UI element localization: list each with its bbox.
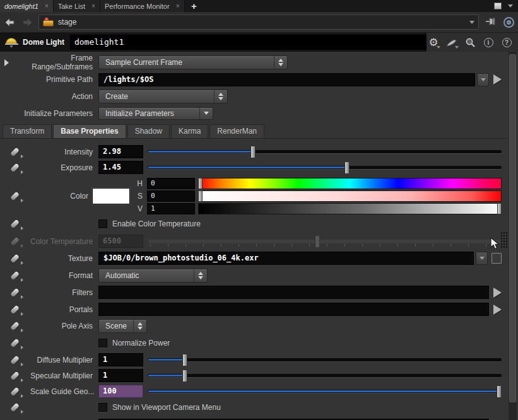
value-gradient-slider[interactable] bbox=[198, 203, 502, 214]
collapse-arrow-icon[interactable] bbox=[4, 59, 9, 66]
window-tab-domelight1[interactable]: domelight1 × bbox=[0, 0, 54, 12]
link-indicator-icon[interactable] bbox=[503, 17, 514, 28]
pen-icon[interactable] bbox=[10, 305, 20, 315]
slider-handle[interactable] bbox=[344, 161, 350, 174]
node-select-arrow-icon[interactable] bbox=[493, 74, 502, 85]
help-icon[interactable]: ? bbox=[500, 35, 514, 49]
search-icon[interactable] bbox=[463, 35, 477, 49]
intensity-input[interactable]: 2.98 bbox=[98, 145, 143, 158]
texture-history-dropdown[interactable] bbox=[476, 252, 488, 265]
node-select-arrow-icon[interactable] bbox=[493, 288, 502, 298]
pen-icon[interactable] bbox=[10, 163, 20, 173]
frame-range-select[interactable]: Sample Current Frame bbox=[98, 55, 288, 69]
tab-transform[interactable]: Transform bbox=[3, 124, 52, 138]
tab-base-properties[interactable]: Base Properties bbox=[53, 124, 126, 138]
scale-guide-input[interactable]: 100 bbox=[98, 385, 143, 398]
float-window-icon[interactable] bbox=[494, 3, 502, 9]
slider-handle[interactable] bbox=[198, 178, 203, 189]
intensity-slider[interactable] bbox=[148, 145, 502, 159]
path-navigation-bar: stage bbox=[0, 12, 518, 33]
specular-multiplier-slider[interactable] bbox=[148, 369, 502, 383]
format-value: Automatic bbox=[99, 269, 194, 282]
tab-shadow[interactable]: Shadow bbox=[127, 124, 170, 138]
window-tab-take-list[interactable]: Take List × bbox=[54, 0, 100, 12]
pen-icon[interactable] bbox=[10, 288, 20, 298]
scale-guide-slider[interactable] bbox=[148, 385, 502, 399]
pen-icon[interactable] bbox=[10, 338, 20, 348]
pole-axis-select[interactable]: Scene bbox=[98, 319, 147, 333]
info-icon[interactable]: i bbox=[481, 35, 495, 49]
pen-icon[interactable] bbox=[10, 371, 20, 381]
spinner-icon[interactable] bbox=[214, 90, 227, 103]
pen-icon[interactable] bbox=[10, 147, 20, 157]
slider-handle[interactable] bbox=[182, 354, 187, 366]
spinner-icon[interactable] bbox=[194, 269, 207, 282]
vertical-scrollbar[interactable] bbox=[509, 52, 517, 420]
window-tab-performance-monitor[interactable]: Performance Monitor × bbox=[100, 0, 185, 12]
pen-icon[interactable] bbox=[10, 271, 20, 281]
hue-input[interactable]: 0 bbox=[147, 178, 195, 189]
brush-menu-icon[interactable] bbox=[445, 35, 459, 49]
dropdown-icon[interactable] bbox=[199, 108, 213, 119]
pen-icon[interactable] bbox=[10, 254, 20, 264]
pin-icon[interactable] bbox=[485, 16, 498, 28]
filters-input[interactable] bbox=[98, 286, 489, 299]
slider-handle[interactable] bbox=[497, 203, 502, 214]
spinner-icon[interactable] bbox=[274, 56, 287, 69]
saturation-input[interactable]: 0 bbox=[147, 190, 195, 202]
tab-karma[interactable]: Karma bbox=[171, 124, 208, 138]
format-select[interactable]: Automatic bbox=[98, 269, 208, 283]
initialize-parameters-label: Initialize Parameters bbox=[0, 109, 98, 118]
window-tab-bar: domelight1 × Take List × Performance Mon… bbox=[0, 0, 518, 12]
pole-axis-label: Pole Axis bbox=[30, 322, 98, 330]
node-select-arrow-icon[interactable] bbox=[493, 305, 502, 315]
primitive-path-input[interactable]: /lights/$OS bbox=[98, 73, 475, 86]
tab-renderman[interactable]: RenderMan bbox=[209, 124, 264, 138]
texture-input[interactable]: $JOB/0/brown_photostudio_06_4k.exr bbox=[98, 252, 474, 265]
pane-menu-icon[interactable] bbox=[508, 4, 513, 8]
pen-icon[interactable] bbox=[10, 402, 20, 412]
forward-button[interactable] bbox=[20, 16, 35, 28]
node-name-input[interactable]: domelight1 bbox=[70, 35, 427, 50]
gear-menu-icon[interactable]: ⚙ bbox=[427, 35, 440, 49]
dome-light-icon[interactable] bbox=[5, 37, 18, 47]
scrollbar-thumb[interactable] bbox=[509, 54, 516, 402]
value-input[interactable]: 1 bbox=[147, 203, 195, 214]
show-in-viewport-checkbox[interactable] bbox=[98, 403, 107, 412]
close-icon[interactable]: × bbox=[176, 3, 180, 9]
spinner-icon[interactable] bbox=[133, 320, 146, 332]
pane-resize-gripper[interactable] bbox=[500, 231, 508, 248]
portals-row: Portals bbox=[0, 301, 507, 317]
back-button[interactable] bbox=[3, 16, 18, 28]
exposure-slider[interactable] bbox=[148, 161, 502, 175]
hue-gradient-slider[interactable] bbox=[198, 178, 502, 189]
pen-icon[interactable] bbox=[10, 355, 20, 365]
enable-color-temperature-checkbox[interactable] bbox=[98, 219, 107, 228]
specular-multiplier-input[interactable]: 1 bbox=[98, 369, 143, 382]
path-history-dropdown[interactable] bbox=[477, 73, 489, 86]
slider-handle[interactable] bbox=[250, 146, 256, 158]
pen-icon[interactable] bbox=[10, 321, 20, 331]
slider-handle[interactable] bbox=[182, 370, 187, 382]
file-chooser-icon[interactable] bbox=[492, 253, 502, 264]
new-tab-button[interactable]: + bbox=[185, 0, 204, 12]
close-icon[interactable]: × bbox=[45, 3, 49, 9]
initialize-parameters-button[interactable]: Initialize Parameters bbox=[98, 107, 213, 120]
header-toolbar: ⚙ i ? bbox=[427, 33, 518, 52]
pen-icon[interactable] bbox=[10, 219, 20, 229]
action-select[interactable]: Create bbox=[98, 90, 228, 103]
slider-handle[interactable] bbox=[497, 385, 502, 398]
path-dropdown-icon[interactable] bbox=[469, 21, 474, 24]
saturation-gradient-slider[interactable] bbox=[198, 190, 502, 202]
exposure-input[interactable]: 1.45 bbox=[98, 161, 143, 174]
slider-handle[interactable] bbox=[198, 190, 203, 202]
color-swatch[interactable] bbox=[92, 188, 130, 204]
diffuse-multiplier-slider[interactable] bbox=[148, 353, 502, 367]
diffuse-multiplier-input[interactable]: 1 bbox=[98, 353, 143, 366]
close-icon[interactable]: × bbox=[91, 3, 95, 9]
portals-input[interactable] bbox=[98, 303, 489, 316]
pen-icon[interactable] bbox=[10, 191, 20, 201]
normalize-power-checkbox[interactable] bbox=[98, 339, 107, 347]
path-field[interactable]: stage bbox=[38, 15, 479, 30]
pen-icon[interactable] bbox=[10, 387, 20, 397]
